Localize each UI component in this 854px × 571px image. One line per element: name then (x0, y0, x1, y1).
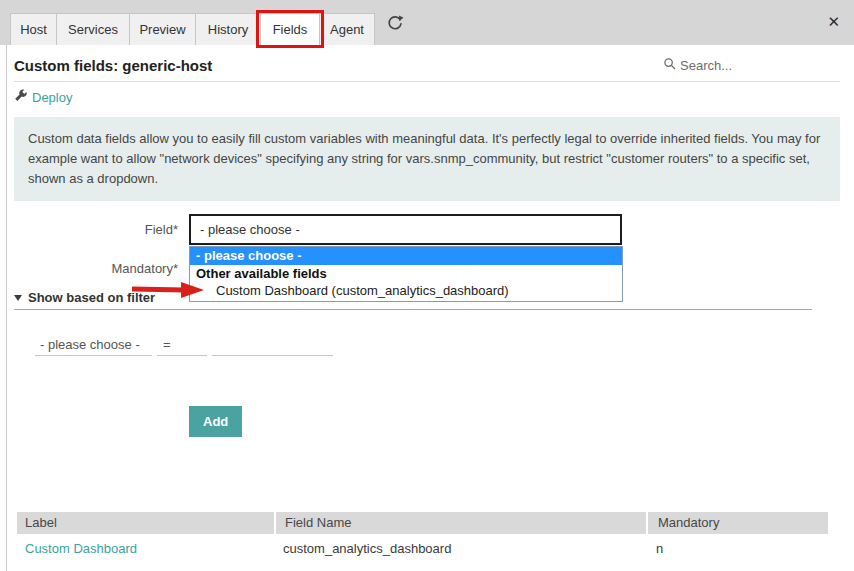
filter-value-input[interactable] (212, 337, 333, 356)
wrench-icon (14, 89, 27, 105)
row-mandatory-flag: n (646, 534, 826, 562)
table-header-fieldname[interactable]: Field Name (276, 512, 646, 534)
field-select[interactable]: - please choose - (189, 214, 622, 245)
add-button[interactable]: Add (189, 406, 242, 437)
field-label: Field* (0, 222, 178, 237)
tab-strip: Host Services Preview History Fields Age… (0, 0, 854, 45)
tab-preview[interactable]: Preview (130, 13, 196, 45)
info-text: Custom data fields allow you to easily f… (28, 131, 820, 186)
filter-operator-select[interactable]: = (157, 337, 207, 356)
row-label-link[interactable]: Custom Dashboard (17, 534, 274, 562)
table-header-mandatory[interactable]: Mandatory (648, 512, 828, 534)
table-header-row: Label Field Name Mandatory (17, 512, 830, 534)
info-box: Custom data fields allow you to easily f… (14, 117, 840, 201)
tab-history[interactable]: History (196, 13, 261, 45)
mandatory-label: Mandatory* (0, 261, 178, 276)
dropdown-group-label: Other available fields (190, 265, 622, 282)
deploy-link[interactable]: Deploy (14, 89, 72, 105)
tab-services[interactable]: Services (57, 13, 130, 45)
dropdown-option-please-choose[interactable]: - please choose - (190, 247, 622, 265)
tab-bar: Host Services Preview History Fields Age… (10, 13, 375, 45)
deploy-label: Deploy (32, 90, 72, 105)
filter-toggle[interactable]: Show based on filter (14, 290, 155, 305)
table-header-label[interactable]: Label (17, 512, 274, 534)
row-field-name: custom_analytics_dashboard (274, 534, 646, 562)
search-icon (663, 57, 677, 75)
close-icon[interactable]: ✕ (827, 13, 840, 31)
dropdown-option-custom-dashboard[interactable]: Custom Dashboard (custom_analytics_dashb… (190, 282, 622, 301)
search-box[interactable] (663, 57, 840, 75)
tab-fields[interactable]: Fields (261, 13, 320, 45)
tab-host[interactable]: Host (10, 13, 57, 45)
filter-toggle-label: Show based on filter (28, 290, 155, 305)
tab-agent[interactable]: Agent (320, 13, 375, 45)
refresh-icon[interactable] (386, 14, 404, 32)
page-title: Custom fields: generic-host (14, 57, 212, 74)
title-bar: Custom fields: generic-host (14, 50, 840, 82)
fields-table: Label Field Name Mandatory Custom Dashbo… (17, 512, 830, 562)
pane-left-edge (6, 45, 7, 571)
field-select-value: - please choose - (200, 222, 300, 237)
field-dropdown-list: - please choose - Other available fields… (189, 246, 623, 302)
search-input[interactable] (680, 58, 840, 73)
chevron-down-icon (14, 295, 22, 301)
filter-divider (14, 309, 812, 310)
table-row[interactable]: Custom Dashboard custom_analytics_dashbo… (17, 534, 830, 562)
filter-column-select[interactable]: - please choose - (35, 337, 152, 356)
